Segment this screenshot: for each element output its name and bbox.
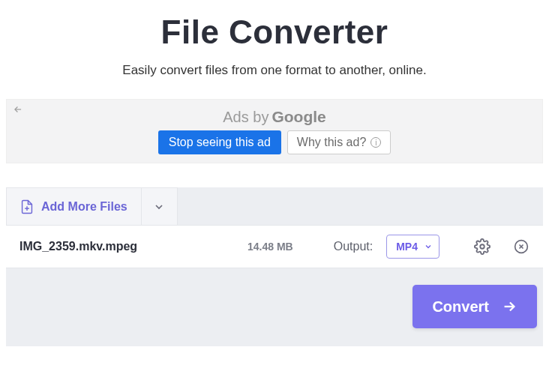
convert-button[interactable]: Convert <box>412 285 537 328</box>
output-format-select[interactable]: MP4 <box>386 235 440 259</box>
close-circle-icon <box>514 239 529 254</box>
ad-label-brand: Google <box>272 108 326 126</box>
chevron-down-icon <box>424 242 433 251</box>
file-row: IMG_2359.mkv.mpeg 14.48 MB Output: MP4 <box>6 225 543 268</box>
output-format-value: MP4 <box>396 241 418 253</box>
add-file-icon <box>20 199 34 214</box>
svg-point-0 <box>480 244 484 249</box>
gear-icon <box>474 238 490 255</box>
file-panel: Add More Files IMG_2359.mkv.mpeg 14.48 M… <box>6 187 543 346</box>
page-subtitle: Easily convert files from one format to … <box>0 63 549 78</box>
ad-back-arrow-icon[interactable] <box>13 104 23 115</box>
ad-label-prefix: Ads by <box>223 109 268 126</box>
why-this-ad-button[interactable]: Why this ad? i <box>287 130 391 154</box>
page-title: File Converter <box>0 13 549 51</box>
why-this-ad-label: Why this ad? <box>297 136 366 149</box>
add-more-files-label: Add More Files <box>41 200 128 214</box>
ad-attribution: Ads by Google <box>223 108 326 126</box>
chevron-down-icon <box>153 201 165 213</box>
info-icon: i <box>370 137 381 148</box>
output-label: Output: <box>334 240 373 253</box>
settings-button[interactable] <box>474 238 490 255</box>
arrow-right-icon <box>501 298 518 315</box>
convert-label: Convert <box>432 298 489 316</box>
stop-seeing-ad-button[interactable]: Stop seeing this ad <box>158 130 281 154</box>
file-size: 14.48 MB <box>248 241 293 253</box>
remove-file-button[interactable] <box>513 238 530 255</box>
add-more-dropdown-button[interactable] <box>142 187 178 225</box>
add-more-files-button[interactable]: Add More Files <box>6 187 142 225</box>
ad-container: Ads by Google Stop seeing this ad Why th… <box>6 99 543 163</box>
file-name: IMG_2359.mkv.mpeg <box>20 240 137 253</box>
